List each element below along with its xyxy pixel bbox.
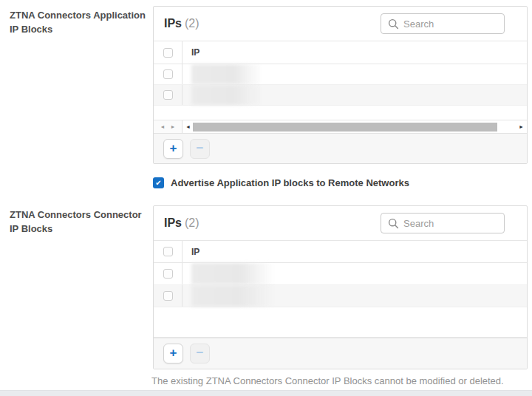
panel-row-count: (2)	[185, 216, 200, 229]
scroll-left-icon[interactable]: ◄	[185, 124, 191, 129]
panel-footer: + −	[154, 133, 527, 163]
scroll-right-icon[interactable]: ►	[519, 124, 524, 129]
search-input[interactable]	[403, 218, 504, 229]
panel-footer: + −	[154, 338, 527, 369]
ztna-connectors-settings-page: ZTNA Connectors Application IP Blocks IP…	[0, 0, 532, 396]
table-empty-space	[154, 106, 527, 120]
remove-ip-button[interactable]: −	[190, 139, 210, 159]
row-checkbox[interactable]	[163, 69, 173, 79]
horizontal-scrollbar-row: ◄ ► ◄ ►	[154, 120, 527, 133]
search-icon	[388, 218, 399, 229]
advertise-checkbox-row[interactable]: ✔ Advertise Application IP blocks to Rem…	[153, 177, 409, 188]
table-row[interactable]	[154, 285, 527, 307]
panel-header: IPs(2)	[154, 7, 527, 41]
panel-title: IPs(2)	[164, 216, 200, 230]
ip-cell	[183, 85, 527, 105]
application-ips-panel: IPs(2) IP	[153, 6, 528, 164]
remove-ip-button[interactable]: −	[190, 344, 210, 363]
checked-checkbox-icon[interactable]: ✔	[153, 177, 164, 188]
connector-ip-blocks-note: The existing ZTNA Connectors Connector I…	[151, 375, 504, 386]
search-input[interactable]	[403, 18, 504, 30]
select-all-checkbox[interactable]	[163, 48, 173, 58]
table-row[interactable]	[154, 263, 527, 285]
row-checkbox[interactable]	[163, 269, 173, 279]
advertise-checkbox-label: Advertise Application IP blocks to Remot…	[171, 177, 409, 188]
search-icon	[388, 18, 399, 30]
row-checkbox[interactable]	[163, 291, 173, 301]
add-ip-button[interactable]: +	[163, 344, 183, 363]
row-checkbox-cell	[154, 263, 183, 284]
row-checkbox-cell	[154, 85, 183, 105]
scrollbar-thumb[interactable]	[193, 123, 497, 132]
panel-header: IPs(2)	[154, 206, 527, 241]
row-checkbox-cell	[154, 64, 183, 84]
search-box[interactable]	[381, 213, 505, 233]
connector-ip-blocks-label: ZTNA Connectors Connector IP Blocks	[10, 208, 147, 236]
scroll-left-icon[interactable]: ◄	[160, 124, 166, 129]
ip-cell	[183, 285, 527, 307]
connector-ips-panel: IPs(2) IP	[153, 205, 528, 369]
horizontal-scrollbar[interactable]: ◄ ►	[183, 120, 527, 133]
row-checkbox-cell	[154, 285, 183, 307]
table-header-row: IP	[154, 241, 527, 263]
section-divider	[0, 390, 532, 396]
application-ip-blocks-label: ZTNA Connectors Application IP Blocks	[10, 9, 147, 37]
ip-value-redacted	[191, 85, 262, 105]
table-empty-space	[154, 307, 527, 338]
ip-column-header: IP	[183, 41, 527, 64]
fixed-column-scroll-pane: ◄ ►	[154, 120, 183, 133]
panel-title-text: IPs	[164, 17, 182, 30]
ip-value-redacted	[191, 263, 274, 284]
table-header-row: IP	[154, 41, 527, 64]
ip-cell	[183, 64, 527, 84]
ip-cell	[183, 263, 527, 284]
scroll-right-icon[interactable]: ►	[171, 124, 176, 129]
ip-value-redacted	[191, 285, 274, 307]
panel-row-count: (2)	[185, 17, 200, 30]
table-row[interactable]	[154, 85, 527, 106]
select-all-checkbox[interactable]	[163, 247, 173, 256]
panel-title: IPs(2)	[164, 17, 200, 30]
ip-column-header: IP	[183, 241, 527, 262]
header-checkbox-cell	[154, 41, 183, 64]
header-checkbox-cell	[154, 241, 183, 262]
ip-value-redacted	[191, 64, 262, 84]
table-row[interactable]	[154, 64, 527, 85]
panel-title-text: IPs	[164, 216, 182, 229]
row-checkbox[interactable]	[163, 90, 173, 100]
add-ip-button[interactable]: +	[163, 139, 183, 159]
search-box[interactable]	[381, 13, 505, 34]
